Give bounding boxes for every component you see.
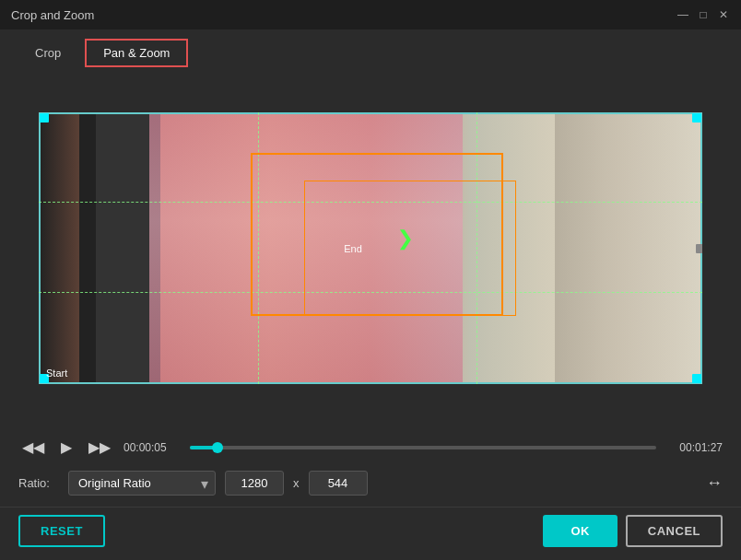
title-bar: Crop and Zoom — □ ✕ (0, 0, 741, 29)
dialog-title: Crop and Zoom (11, 8, 94, 22)
tab-crop[interactable]: Crop (18, 41, 77, 65)
ratio-label: Ratio: (18, 476, 59, 490)
start-label: Start (46, 368, 67, 379)
video-scene (39, 112, 702, 384)
close-button[interactable]: ✕ (717, 8, 730, 21)
video-container[interactable]: ❮ Start End (39, 112, 702, 384)
pink-wall (149, 112, 463, 384)
window-controls: — □ ✕ (676, 8, 730, 21)
width-input[interactable] (225, 471, 284, 496)
ok-button[interactable]: OK (543, 515, 618, 547)
tabs-row: Crop Pan & Zoom (0, 29, 741, 67)
timeline-track[interactable] (190, 446, 656, 449)
height-input[interactable] (309, 471, 368, 496)
dialog-body: Crop Pan & Zoom (0, 29, 741, 560)
minimize-button[interactable]: — (676, 8, 689, 21)
link-ratio-icon[interactable]: ↔ (706, 473, 723, 493)
ratio-row: Ratio: Original Ratio 16:9 4:3 1:1 9:16 … (0, 465, 741, 507)
end-label: End (344, 243, 362, 254)
cancel-button[interactable]: CANCEL (626, 515, 723, 547)
door-left (79, 112, 96, 384)
video-area: ❮ Start End (0, 67, 741, 429)
maximize-button[interactable]: □ (697, 8, 710, 21)
pan-arrow-icon: ❮ (397, 227, 414, 251)
step-back-button[interactable]: ◀◀ (18, 437, 48, 458)
bottom-row: RESET OK CANCEL (0, 507, 741, 560)
controls-row: ◀◀ ▶ ▶▶ 00:00:05 00:01:27 (0, 429, 741, 465)
total-time: 00:01:27 (665, 441, 723, 454)
dimension-separator: x (293, 476, 300, 490)
tab-pan-zoom[interactable]: Pan & Zoom (85, 39, 188, 67)
ratio-select-wrap: Original Ratio 16:9 4:3 1:1 9:16 Custom (68, 471, 216, 496)
step-forward-button[interactable]: ▶▶ (85, 437, 114, 458)
play-button[interactable]: ▶ (57, 437, 76, 458)
ratio-select[interactable]: Original Ratio 16:9 4:3 1:1 9:16 Custom (68, 471, 216, 496)
current-time: 00:00:05 (124, 441, 181, 454)
curtain (555, 112, 702, 384)
timeline-thumb[interactable] (212, 442, 223, 453)
reset-button[interactable]: RESET (18, 515, 105, 547)
